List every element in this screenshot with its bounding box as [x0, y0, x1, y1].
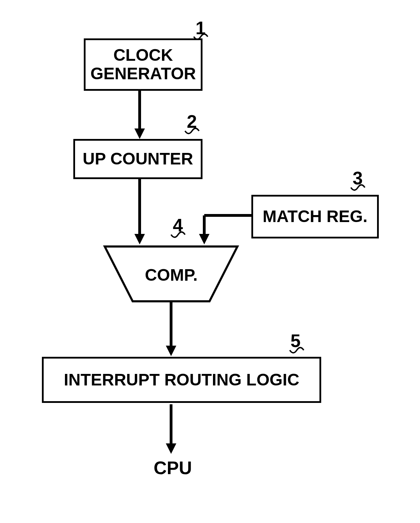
label-5: 5 [290, 330, 301, 351]
interrupt-routing-block: INTERRUPT ROUTING LOGIC [42, 357, 321, 403]
label-2: 2 [187, 111, 197, 132]
svg-marker-11 [166, 443, 176, 454]
label-4: 4 [173, 215, 183, 236]
label-3: 3 [353, 168, 363, 189]
svg-marker-1 [134, 128, 145, 139]
up-counter-block: UP COUNTER [73, 139, 202, 179]
clock-generator-block: CLOCK GENERATOR [84, 38, 202, 91]
svg-marker-6 [199, 234, 209, 244]
comparator-block: COMP. [145, 265, 198, 285]
svg-marker-3 [134, 234, 145, 244]
match-reg-block: MATCH REG. [251, 195, 379, 238]
svg-marker-9 [166, 346, 176, 356]
label-1: 1 [196, 17, 206, 38]
cpu-label: CPU [154, 457, 192, 478]
